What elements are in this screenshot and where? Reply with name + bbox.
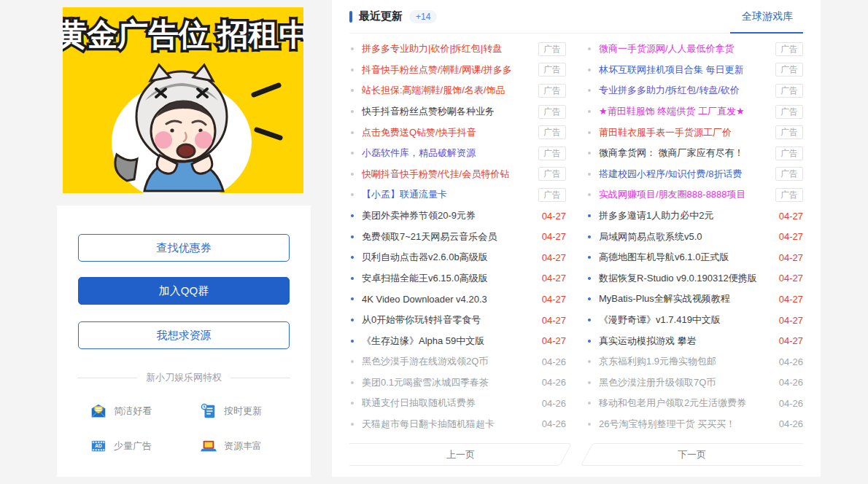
item-link[interactable]: 黑色沙漠手游在线游戏领2Q币: [362, 355, 536, 368]
sidebar-card: 查找优惠券 加入QQ群 我想求资源 新小刀娱乐网特权 简洁好看 按时更新: [57, 206, 311, 477]
item-date: 04-27: [542, 231, 566, 242]
item-link[interactable]: 26号淘宝特别整理干货 买买买！: [599, 418, 773, 431]
ad-badge: 广告: [538, 42, 566, 56]
item-link[interactable]: 搭建校园小程序/知识付费/8折话费: [599, 168, 770, 181]
item-link[interactable]: 快手抖音粉丝点赞秒唰各种业务: [362, 105, 532, 118]
feature-label: 少量广告: [114, 440, 152, 453]
item-link[interactable]: 小磊软件库，精品破解资源: [362, 147, 532, 160]
list-item: 林坏互联网挂机项目合集 每日更新广告: [586, 60, 803, 81]
update-list-left: 拼多多专业助力|砍价|拆红包|转盘广告抖音快手粉丝点赞/潮鞋/网课/拼多多广告站…: [349, 39, 566, 434]
bullet-icon: [588, 193, 591, 196]
ad-banner[interactable]: 黄金广告位 招租中: [63, 7, 303, 193]
recent-updates-panel: 最近更新 +14 全球游戏库 拼多多专业助力|砍价|拆红包|转盘广告抖音快手粉丝…: [332, 0, 821, 477]
list-item: 美团外卖神券节领20-9元券04-27: [349, 206, 566, 227]
item-link[interactable]: 【小孟】联通流量卡: [362, 188, 532, 201]
item-link[interactable]: 实战网赚项目/朋友圈888-8888项目: [599, 188, 770, 201]
item-link[interactable]: 京东福利购1.9元撸实物包邮: [599, 355, 773, 368]
item-date: 04-26: [542, 356, 566, 367]
list-item: 【小孟】联通流量卡广告: [349, 184, 566, 206]
join-qq-group-button[interactable]: 加入QQ群: [78, 277, 290, 305]
bullet-icon: [351, 319, 354, 321]
list-item: 《生存边缘》Alpha 59中文版04-27: [349, 330, 566, 351]
item-date: 04-26: [542, 398, 566, 409]
ad-badge: 广告: [538, 63, 566, 77]
item-link[interactable]: 莆田鞋衣服手表一手货源工厂价: [599, 126, 770, 139]
ad-badge: 广告: [775, 125, 803, 139]
item-link[interactable]: 免费领取7~21天网易云音乐会员: [362, 230, 536, 243]
bullet-icon: [588, 340, 591, 343]
bullet-icon: [351, 131, 354, 134]
feature-rich-resources: 资源丰富: [187, 438, 290, 454]
item-link[interactable]: ★莆田鞋服饰 终端供货 工厂直发★: [599, 105, 770, 118]
item-link[interactable]: 微商拿货网： 微商厂家应有尽有！: [599, 147, 770, 160]
feature-list: 简洁好看 按时更新 AD 少量广告: [77, 403, 290, 454]
list-item: 黑色沙漠手游在线游戏领2Q币04-26: [349, 351, 566, 372]
item-link[interactable]: 天猫超市每日翻卡抽随机猫超卡: [362, 418, 536, 431]
prev-page-button[interactable]: 上一页: [349, 443, 572, 466]
list-item: 4K Video Downloader v4.20.304-27: [349, 289, 566, 310]
next-page-label: 下一页: [581, 443, 803, 466]
item-link[interactable]: 抖音快手粉丝点赞/潮鞋/网课/拼多多: [362, 63, 532, 77]
item-link[interactable]: 从0开始带你玩转抖音零食号: [362, 313, 536, 327]
item-date: 04-27: [779, 252, 803, 263]
item-link[interactable]: 安卓扫描全能王v6.15.0高级版: [362, 272, 536, 285]
list-item: 真实运动模拟游戏 攀岩04-27: [586, 330, 803, 351]
global-game-library-link[interactable]: 全球游戏库: [742, 10, 803, 23]
list-item: 莆田鞋衣服手表一手货源工厂价广告: [586, 122, 803, 143]
bullet-icon: [588, 277, 591, 280]
item-link[interactable]: MyBatis-Plus全解实战视频教程: [599, 292, 773, 305]
item-link[interactable]: 真实运动模拟游戏 攀岩: [599, 335, 773, 348]
item-date: 04-27: [779, 315, 803, 326]
list-item: 搭建校园小程序/知识付费/8折话费广告: [586, 164, 803, 185]
bullet-icon: [351, 277, 354, 280]
bullet-icon: [351, 340, 354, 343]
bullet-icon: [588, 47, 591, 50]
bullet-icon: [588, 319, 591, 321]
item-link[interactable]: 快唰抖音快手粉赞/代挂/会员特价钻: [362, 168, 532, 181]
item-link[interactable]: 拼多多专业助力|砍价|拆红包|转盘: [362, 42, 532, 55]
item-link[interactable]: 《生存边缘》Alpha 59中文版: [362, 335, 536, 348]
item-date: 04-27: [542, 315, 566, 326]
item-link[interactable]: 《漫野奇谭》v1.7.419中文版: [599, 313, 773, 327]
item-link[interactable]: 拼多多邀请1人助力必中2元: [599, 209, 773, 222]
ad-badge: 广告: [775, 84, 803, 98]
item-link[interactable]: 数据恢复R-Studio v9.0.190312便携版: [599, 272, 773, 285]
item-link[interactable]: 局域网简易点歌系统v5.0: [599, 230, 773, 243]
list-item: 联通支付日抽取随机话费券04-26: [349, 393, 566, 414]
item-link[interactable]: 黑色沙漠注册升级领取7Q币: [599, 376, 773, 389]
item-link[interactable]: 专业拼多多助力/拆红包/转盘/砍价: [599, 84, 770, 97]
item-link[interactable]: 美团0.1元喝蜜雪冰城四季春茶: [362, 376, 536, 389]
list-item: 站长担保:高端潮鞋/服饰/名表/饰品广告: [349, 80, 566, 101]
item-link[interactable]: 移动和包老用户领取2元生活缴费券: [599, 397, 773, 410]
item-link[interactable]: 联通支付日抽取随机话费券: [362, 397, 536, 410]
bullet-icon: [351, 152, 354, 155]
list-item: 实战网赚项目/朋友圈888-8888项目广告: [586, 184, 803, 206]
item-link[interactable]: 美团外卖神券节领20-9元券: [362, 209, 536, 222]
item-date: 04-27: [779, 231, 803, 242]
list-item: 26号淘宝特别整理干货 买买买！04-26: [586, 414, 803, 435]
item-link[interactable]: 高德地图车机导航v6.1.0正式版: [599, 251, 773, 264]
list-item: 局域网简易点歌系统v5.004-27: [586, 226, 803, 247]
item-link[interactable]: 点击免费送Q钻赞/快手抖音: [362, 126, 532, 139]
item-link[interactable]: 微商一手货源网/人人最低价拿货: [599, 42, 770, 55]
item-date: 04-27: [542, 273, 566, 284]
item-date: 04-27: [779, 273, 803, 284]
pagination: 上一页 下一页: [349, 443, 803, 466]
next-page-button[interactable]: 下一页: [581, 443, 803, 466]
tab-active-underline: [730, 32, 803, 34]
list-item: 专业拼多多助力/拆红包/转盘/砍价广告: [586, 80, 803, 101]
svg-text:AD: AD: [95, 443, 102, 448]
feature-label: 简洁好看: [114, 405, 152, 418]
item-link[interactable]: 林坏互联网挂机项目合集 每日更新: [599, 63, 770, 77]
ad-badge: 广告: [538, 125, 566, 139]
item-link[interactable]: 站长担保:高端潮鞋/服饰/名表/饰品: [362, 84, 532, 97]
find-coupons-button[interactable]: 查找优惠券: [78, 234, 290, 262]
request-resource-button[interactable]: 我想求资源: [78, 321, 290, 349]
list-item: 数据恢复R-Studio v9.0.190312便携版04-27: [586, 268, 803, 289]
list-item: 免费领取7~21天网易云音乐会员04-27: [349, 226, 566, 247]
item-link[interactable]: 4K Video Downloader v4.20.3: [362, 294, 536, 305]
feature-label: 按时更新: [224, 405, 262, 418]
item-link[interactable]: 贝利自动点击器v2.6.0b高级版: [362, 251, 536, 264]
list-item: 黑色沙漠注册升级领取7Q币04-26: [586, 372, 803, 394]
item-date: 04-27: [542, 252, 566, 263]
